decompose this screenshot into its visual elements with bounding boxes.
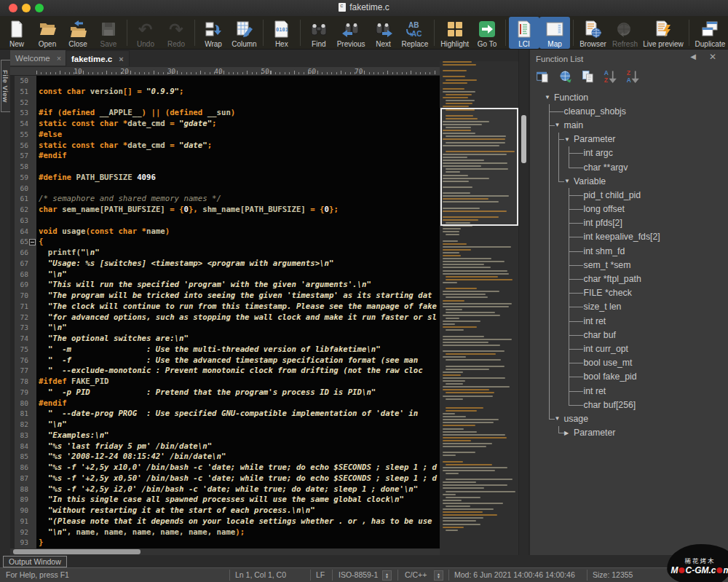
code-line[interactable]: 82 "\n" — [10, 420, 440, 430]
tree-node-int-pfds-2-[interactable]: int pfds[2] — [574, 216, 728, 230]
code-line[interactable]: 68 "\n" — [10, 270, 440, 280]
code-line[interactable]: 59#define PATH_BUFSIZE 4096 — [10, 173, 440, 184]
code-line[interactable]: 88 "%s -f '+2,5y i2,0' /bin/bash -c 'dat… — [10, 484, 440, 495]
collapse-triangle-icon[interactable]: ▼ — [564, 178, 574, 184]
tree-node-main[interactable]: ▼main — [555, 118, 728, 132]
column-button[interactable]: Column — [229, 17, 260, 49]
code-line[interactable]: 60 — [10, 184, 440, 194]
globe-sync-icon[interactable] — [558, 69, 574, 84]
expand-triangle-icon[interactable]: ▶ — [564, 430, 574, 436]
replace-button[interactable]: ABACReplace — [399, 17, 432, 49]
fold-marker-icon[interactable] — [29, 239, 36, 245]
tab-welcome[interactable]: Welcome× — [10, 50, 66, 66]
code-line[interactable]: 67 "Usage: %s [switches] <timestamp> <pr… — [10, 259, 440, 270]
tree-node-long-offset[interactable]: long offset — [574, 202, 728, 216]
code-line[interactable]: 65{ — [10, 237, 440, 248]
code-line[interactable]: 93} — [10, 538, 440, 548]
tree-node-int-curr-opt[interactable]: int curr_opt — [574, 342, 728, 355]
code-line[interactable]: 78#ifdef FAKE_PID — [10, 377, 440, 388]
tree-node-pid-t-child-pid[interactable]: pid_t child_pid — [574, 188, 728, 202]
code-line[interactable]: 92 "\n", name, name, name, name, name, n… — [10, 527, 440, 538]
encoding-stepper[interactable]: ▲▼ — [382, 570, 392, 581]
code-line[interactable]: 81 " --date-prog PROG : Use specified GN… — [10, 409, 440, 420]
highlight-button[interactable]: Highlight — [438, 17, 472, 49]
horizontal-scrollbar-thumb[interactable] — [13, 549, 141, 554]
collapse-triangle-icon[interactable]: ▼ — [555, 122, 564, 128]
lci-button[interactable]: LCI — [509, 17, 539, 49]
tree-node-bool-use-mt[interactable]: bool use_mt — [574, 356, 728, 370]
sort-za-icon[interactable]: ZA — [626, 69, 642, 84]
horizontal-scrollbar[interactable] — [10, 548, 440, 555]
code-line[interactable]: 73 "\n" — [10, 323, 440, 334]
code-line[interactable]: 58 — [10, 162, 440, 173]
code-line[interactable]: 80#endif — [10, 398, 440, 409]
code-line[interactable]: 54static const char *date_cmd = "gdate"; — [10, 119, 440, 130]
tree-node-int-shm-fd[interactable]: int shm_fd — [574, 244, 728, 258]
next-button[interactable]: Next — [368, 17, 399, 49]
vertical-scrollbar[interactable] — [518, 50, 529, 555]
code-editor[interactable]: 5051const char version[] = "0.9.9";5253#… — [10, 76, 440, 548]
code-line[interactable]: 66 printf("\n" — [10, 248, 440, 259]
code-line[interactable]: 61/* semaphore and shared memory names *… — [10, 194, 440, 205]
code-line[interactable]: 74 "The optional switches are:\n" — [10, 334, 440, 345]
new-button[interactable]: New — [1, 17, 32, 49]
live-preview-button[interactable]: Live preview — [641, 17, 686, 49]
tree-node-sem-t-sem[interactable]: sem_t *sem — [574, 258, 728, 272]
code-line[interactable]: 62char sem_name[PATH_BUFSIZE] = {0}, shm… — [10, 205, 440, 216]
tree-node-int-ret[interactable]: int ret — [574, 384, 728, 398]
tab-close-icon[interactable]: × — [57, 54, 61, 63]
panel-doc-icon[interactable] — [536, 69, 552, 84]
code-line[interactable]: 90 "without restarting it at the start o… — [10, 506, 440, 516]
file-view-tab[interactable]: File View — [1, 60, 11, 112]
tree-node-char-argv[interactable]: char **argv — [574, 160, 728, 174]
panel-collapse-button[interactable]: ◀ — [690, 52, 696, 60]
code-line[interactable]: 84 "%s 'last friday 5 pm' /bin/date\n" — [10, 441, 440, 452]
code-line[interactable]: 87 "%s -f '+2,5y x0,50' /bin/bash -c 'da… — [10, 473, 440, 484]
wrap-button[interactable]: Wrap — [198, 17, 229, 49]
code-line[interactable]: 57#endif — [10, 151, 440, 162]
tree-node-variable[interactable]: ▼Variable — [564, 174, 728, 188]
code-line[interactable]: 79 " -p PID : Pretend that the program's… — [10, 388, 440, 398]
vertical-scrollbar-thumb[interactable] — [521, 115, 526, 163]
tree-node-usage[interactable]: ▼usage — [555, 412, 728, 425]
duplicate-button[interactable]: Duplicate — [692, 17, 728, 49]
tree-node-function[interactable]: ▼Function — [545, 90, 728, 104]
output-window-tab[interactable]: Output Window — [3, 556, 67, 567]
code-line[interactable]: 56static const char *date_cmd = "date"; — [10, 141, 440, 152]
hex-button[interactable]: 0101Hex — [266, 17, 297, 49]
code-line[interactable]: 53#if (defined __APPLE__) || (defined __… — [10, 108, 440, 119]
tree-node-cleanup-shobjs[interactable]: cleanup_shobjs — [555, 104, 728, 118]
code-line[interactable]: 64void usage(const char *name) — [10, 227, 440, 237]
code-line[interactable]: 77 " --exclude-monotonic : Prevent monot… — [10, 366, 440, 377]
code-line[interactable]: 52 — [10, 98, 440, 109]
tree-node-int-argc[interactable]: int argc — [574, 146, 728, 160]
code-line[interactable]: 69 "This will run the specified 'program… — [10, 280, 440, 291]
tree-node-file-check[interactable]: FILE *check — [574, 286, 728, 300]
code-line[interactable]: 91 "(Please note that it depends on your… — [10, 516, 440, 527]
collapse-triangle-icon[interactable]: ▼ — [564, 136, 574, 143]
tree-node-char-buf[interactable]: char buf — [574, 328, 728, 342]
code-line[interactable]: 85 "%s '2008-12-24 08:15:42' /bin/date\n… — [10, 452, 440, 463]
tree-node-size-t-len[interactable]: size_t len — [574, 300, 728, 314]
tree-node-bool-fake-pid[interactable]: bool fake_pid — [574, 370, 728, 384]
tree-node-char-ftpl-path[interactable]: char *ftpl_path — [574, 272, 728, 286]
tree-node-parameter[interactable]: ▶Parameter — [564, 426, 728, 440]
panel-close-button[interactable]: ✕ — [709, 52, 716, 62]
tree-node-char-buf-256-[interactable]: char buf[256] — [574, 398, 728, 412]
code-line[interactable]: 75 " -m : Use the multi-threaded version… — [10, 345, 440, 355]
tab-faketime-c[interactable]: faketime.c× — [66, 50, 130, 67]
tree-node-parameter[interactable]: ▼Parameter — [564, 133, 728, 146]
code-line[interactable]: 50 — [10, 76, 440, 87]
sort-az-icon[interactable]: AZ — [604, 69, 620, 84]
map-button[interactable]: Map — [539, 17, 570, 49]
code-line[interactable]: 71 "The clock will continue to run from … — [10, 302, 440, 312]
tree-node-int-keepalive-fds-2-[interactable]: int keepalive_fds[2] — [574, 230, 728, 244]
minimap[interactable] — [440, 61, 518, 555]
find-button[interactable]: Find — [304, 17, 334, 49]
collapse-triangle-icon[interactable]: ▼ — [555, 415, 564, 422]
code-line[interactable]: 89 "In this single case all spawned proc… — [10, 495, 440, 506]
code-line[interactable]: 70 "The program will be tricked into see… — [10, 291, 440, 302]
code-line[interactable]: 86 "%s -f '+2,5y x10,0' /bin/bash -c 'da… — [10, 463, 440, 473]
browser-button[interactable]: Browser — [577, 17, 609, 49]
language-stepper[interactable]: ▲▼ — [434, 570, 443, 581]
